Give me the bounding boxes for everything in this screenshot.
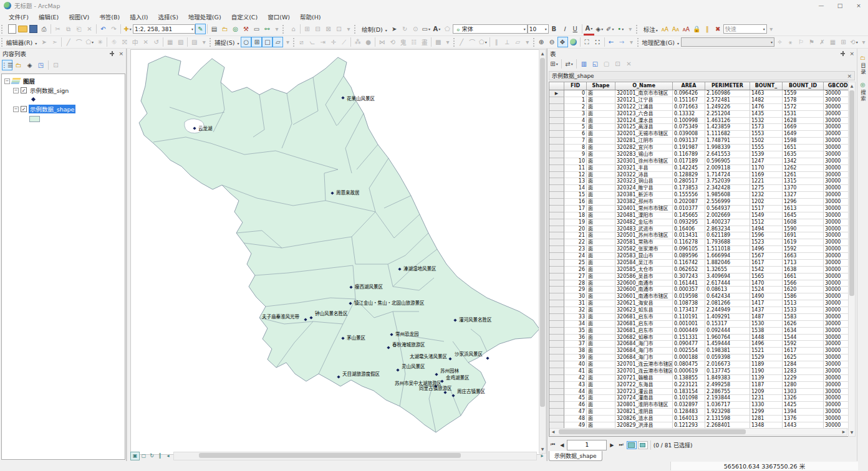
column-header[interactable]: BOUNT_ID (783, 82, 824, 90)
row-selector[interactable] (549, 274, 564, 280)
table-cell[interactable]: 0.183154 (673, 389, 705, 396)
table-cell[interactable]: 30000 (824, 226, 849, 233)
table-cell[interactable]: 2.244949 (705, 307, 750, 314)
table-cell[interactable]: 25 (564, 260, 587, 267)
table-cell[interactable]: 30000 (824, 165, 849, 172)
delete-selected-icon[interactable]: ✕ (624, 59, 634, 69)
table-cell[interactable]: 0.000449 (673, 328, 705, 335)
table-cell[interactable]: 320123_六合县 (615, 111, 673, 118)
pan-icon[interactable]: ✥ (557, 37, 568, 47)
table-cell[interactable]: 1262 (783, 165, 824, 172)
table-cell[interactable]: 面 (587, 260, 615, 267)
grid-icon[interactable]: ☷ (408, 37, 419, 47)
label-priority-icon[interactable]: 🗛 (670, 24, 681, 34)
row-selector[interactable] (549, 219, 564, 226)
table-cell[interactable]: 面 (587, 416, 615, 422)
table-cell[interactable]: 320584_吴江市 (615, 260, 673, 267)
underline-button[interactable]: U (570, 24, 581, 34)
font-size-combo[interactable]: 10▾ (528, 24, 549, 34)
table-cell[interactable]: 1170 (750, 165, 783, 172)
end-snapping-icon[interactable]: ⊞ (251, 37, 262, 47)
scroll-right-icon[interactable]: ▸ (538, 452, 546, 460)
table-cell[interactable]: 320586_吴县市 (615, 274, 673, 280)
proportion-icon[interactable]: ⁂ (352, 37, 363, 47)
next-record-button[interactable]: ▶ (608, 442, 615, 448)
table-cell[interactable]: 320701_连云港市市辖区 (615, 361, 673, 368)
table-cell[interactable]: 30000 (824, 307, 849, 314)
table-cell[interactable]: 1.111682 (705, 131, 750, 138)
table-cell[interactable]: 0.096426 (673, 90, 705, 97)
pin-icon[interactable] (840, 50, 846, 57)
delete-icon[interactable]: ✕ (84, 24, 95, 34)
table-cell[interactable]: 12 (564, 172, 587, 179)
table-cell[interactable]: 320682_如皋市 (615, 335, 673, 341)
data-view-button[interactable]: ▣ (130, 452, 140, 460)
table-row[interactable]: 33面320681_启东市0.1101911.40929114871583300… (549, 314, 848, 321)
table-cell[interactable]: 0.002554 (673, 348, 705, 354)
table-cell[interactable]: 面 (587, 158, 615, 165)
home-folder-icon[interactable]: ⌂ (288, 24, 299, 34)
row-selector[interactable] (549, 354, 564, 361)
row-selector[interactable] (549, 104, 564, 111)
table-cell[interactable]: 320801_淮阴市市辖区 (615, 402, 673, 409)
close-icon[interactable]: × (847, 73, 852, 79)
toolbar-overflow-icon[interactable]: ▾ (627, 37, 636, 47)
table-cell[interactable]: 0.128483 (673, 409, 705, 416)
table-row[interactable]: 27面320586_吴县市0.3072433.40969415651661300… (549, 274, 848, 280)
table-cell[interactable]: 1598 (783, 138, 824, 145)
minimize-button[interactable]: — (812, 0, 831, 11)
column-header[interactable]: AREA (673, 82, 705, 90)
row-selector[interactable] (549, 382, 564, 389)
offset-icon[interactable]: ✛ (328, 37, 339, 47)
table-cell[interactable]: 18 (564, 212, 587, 219)
table-cell[interactable]: 1565 (750, 274, 783, 280)
table-cell[interactable]: 面 (587, 131, 615, 138)
table-cell[interactable]: 30000 (824, 118, 849, 125)
row-selector[interactable] (549, 131, 564, 138)
table-cell[interactable]: 1553 (750, 131, 783, 138)
map-canvas[interactable]: 花果山风景区云龙湖周恩来故居溱湖湿地风景区瘦西湖风景区镇江金山・焦山・北固山旅游… (130, 49, 542, 455)
table-cell[interactable]: 1524 (750, 287, 783, 293)
table-cell[interactable]: 0.101098 (673, 395, 705, 402)
table-cell[interactable]: 1608 (783, 219, 824, 226)
table-cell[interactable]: 30000 (824, 348, 849, 354)
table-cell[interactable]: 1.666994 (705, 253, 750, 260)
toolbar-overflow-icon[interactable]: ▾ (859, 37, 868, 47)
table-cell[interactable]: 面 (587, 172, 615, 179)
table-cell[interactable]: 0.013431 (673, 232, 705, 239)
table-cell[interactable]: 24 (564, 253, 587, 260)
edge-snapping-icon[interactable]: ▱ (272, 37, 283, 47)
table-cell[interactable]: 1.463126 (705, 118, 750, 125)
table-cell[interactable]: 2.193844 (705, 395, 750, 402)
table-cell[interactable]: 1284 (783, 361, 824, 368)
scroll-thumb[interactable] (559, 429, 746, 434)
table-cell[interactable]: 320723_灌云县 (615, 389, 673, 396)
table-cell[interactable]: 1.459444 (705, 341, 750, 348)
table-cell[interactable]: 16 (564, 199, 587, 206)
rectangle-tool-icon[interactable]: ▭▾ (421, 24, 432, 34)
split-tools-icon[interactable]: ⊡ (334, 24, 344, 34)
table-cell[interactable]: 3.409694 (705, 274, 750, 280)
table-cell[interactable]: 0.000619 (673, 368, 705, 375)
table-cell[interactable]: 0.001001 (673, 321, 705, 328)
table-cell[interactable]: 0.223121 (673, 382, 705, 389)
table-cell[interactable]: 2.081266 (705, 300, 750, 307)
close-button[interactable]: × (849, 0, 868, 11)
row-selector[interactable] (549, 111, 564, 118)
table-cell[interactable]: 1617 (783, 348, 824, 354)
fishnet-icon[interactable]: 畫 (419, 37, 430, 47)
table-cell[interactable]: 320623_如东县 (615, 307, 673, 314)
table-cell[interactable]: 1283 (783, 368, 824, 375)
table-cell[interactable]: 2.641553 (705, 151, 750, 158)
table-cell[interactable]: 1232 (750, 192, 783, 199)
collapse-icon[interactable]: − (4, 78, 10, 84)
cogo-line-icon[interactable]: ⧄ (296, 37, 307, 47)
table-cell[interactable]: 面 (587, 165, 615, 172)
layer-name[interactable]: 示例数据_shape (29, 105, 75, 113)
table-cell[interactable]: 320581_常熟市 (615, 239, 673, 246)
table-row[interactable]: 17面320401_常州市市辖区0.0103770.56493715171613… (549, 206, 848, 212)
table-cell[interactable]: 0.116278 (673, 239, 705, 246)
menu-item[interactable]: 插入(I) (125, 11, 153, 22)
table-cell[interactable]: 面 (587, 206, 615, 212)
table-cell[interactable]: 面 (587, 280, 615, 287)
